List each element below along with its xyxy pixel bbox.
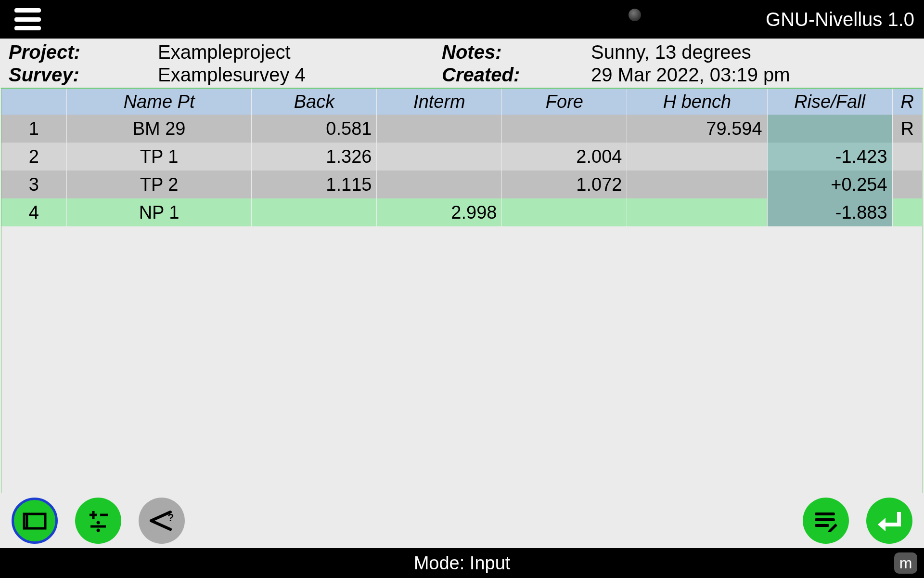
- cell-name[interactable]: TP 1: [66, 143, 252, 171]
- cell-back[interactable]: [252, 198, 377, 226]
- survey-value: Examplesurvey 4: [158, 64, 442, 86]
- project-value: Exampleproject: [158, 41, 442, 63]
- cell-risefall[interactable]: -1.423: [767, 143, 892, 171]
- angle-question-icon: ?: [146, 505, 177, 536]
- cell-idx[interactable]: 2: [1, 143, 66, 171]
- cell-back[interactable]: 0.581: [252, 115, 377, 143]
- cell-r[interactable]: [892, 143, 922, 171]
- top-bar: GNU-Nivellus 1.0: [0, 0, 924, 39]
- col-interm: Interm: [377, 89, 502, 115]
- cell-idx[interactable]: 3: [1, 171, 66, 198]
- cell-back[interactable]: 1.326: [252, 143, 377, 171]
- cell-risefall[interactable]: [767, 115, 892, 143]
- table-row[interactable]: 3TP 21.1151.072+0.254: [1, 171, 923, 198]
- survey-table-wrap: Name Pt Back Interm Fore H bench Rise/Fa…: [1, 88, 923, 493]
- created-value: 29 Mar 2022, 03:19 pm: [591, 64, 915, 86]
- cell-fore[interactable]: 2.004: [502, 143, 627, 171]
- cell-r[interactable]: R: [892, 115, 922, 143]
- col-back: Back: [252, 89, 377, 115]
- calc-button[interactable]: [75, 498, 121, 544]
- table-row[interactable]: 2TP 11.3262.004-1.423: [1, 143, 923, 171]
- cell-interm[interactable]: [377, 143, 502, 171]
- cell-idx[interactable]: 4: [1, 198, 66, 226]
- cell-r[interactable]: [892, 171, 922, 198]
- col-r: R: [892, 89, 922, 115]
- mode-text: Mode: Input: [414, 553, 511, 574]
- query-button[interactable]: ?: [139, 498, 185, 544]
- cell-interm[interactable]: 2.998: [377, 198, 502, 226]
- cell-interm[interactable]: [377, 115, 502, 143]
- svg-text:?: ?: [167, 512, 174, 524]
- col-idx: [1, 89, 66, 115]
- created-label: Created:: [442, 64, 591, 86]
- cell-fore[interactable]: [502, 115, 627, 143]
- camera-dot-icon: [629, 9, 641, 21]
- survey-label: Survey:: [9, 64, 158, 86]
- notes-label: Notes:: [442, 41, 591, 63]
- cell-hbench[interactable]: [627, 143, 767, 171]
- svg-point-7: [97, 529, 100, 532]
- lines-pencil-icon: [810, 505, 841, 536]
- col-risefall: Rise/Fall: [767, 89, 892, 115]
- col-name: Name Pt: [66, 89, 252, 115]
- cell-name[interactable]: BM 29: [66, 115, 252, 143]
- project-label: Project:: [9, 41, 158, 63]
- cell-risefall[interactable]: +0.254: [767, 171, 892, 198]
- col-fore: Fore: [502, 89, 627, 115]
- table-row[interactable]: 1BM 290.58179.594R: [1, 115, 923, 143]
- cell-fore[interactable]: [502, 198, 627, 226]
- cell-fore[interactable]: 1.072: [502, 171, 627, 198]
- cell-hbench[interactable]: 79.594: [627, 115, 767, 143]
- table-row[interactable]: 4NP 12.998-1.883: [1, 198, 923, 226]
- col-hbench: H bench: [627, 89, 767, 115]
- cell-hbench[interactable]: [627, 171, 767, 198]
- cell-name[interactable]: NP 1: [66, 198, 252, 226]
- cell-risefall[interactable]: -1.883: [767, 198, 892, 226]
- cell-name[interactable]: TP 2: [66, 171, 252, 198]
- table-header-row: Name Pt Back Interm Fore H bench Rise/Fa…: [1, 89, 923, 115]
- cell-r[interactable]: [892, 198, 922, 226]
- status-bar: Mode: Input m: [0, 548, 924, 578]
- cell-back[interactable]: 1.115: [252, 171, 377, 198]
- bottom-toolbar: ?: [0, 493, 924, 548]
- app-title: GNU-Nivellus 1.0: [766, 9, 914, 30]
- return-arrow-icon: [874, 505, 905, 536]
- rectangle-icon: [19, 505, 50, 536]
- plus-minus-divide-icon: [83, 505, 114, 536]
- cell-interm[interactable]: [377, 171, 502, 198]
- survey-table[interactable]: Name Pt Back Interm Fore H bench Rise/Fa…: [1, 89, 923, 226]
- menu-icon[interactable]: [10, 8, 38, 30]
- unit-button[interactable]: m: [894, 552, 917, 574]
- enter-button[interactable]: [866, 498, 912, 544]
- svg-point-6: [97, 521, 100, 525]
- edit-notes-button[interactable]: [803, 498, 849, 544]
- info-panel: Project: Exampleproject Notes: Sunny, 13…: [0, 39, 924, 88]
- cell-idx[interactable]: 1: [1, 115, 66, 143]
- notes-value: Sunny, 13 degrees: [591, 41, 915, 63]
- cell-hbench[interactable]: [627, 198, 767, 226]
- screen-mode-button[interactable]: [12, 498, 58, 544]
